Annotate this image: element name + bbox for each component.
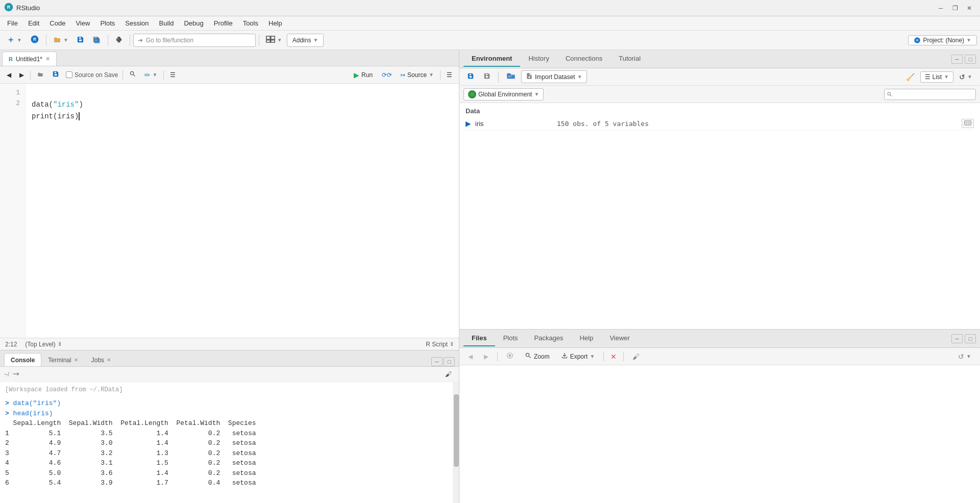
editor-forward-button[interactable]: ▶ xyxy=(16,69,28,81)
env-save-button[interactable] xyxy=(463,70,478,84)
files-tab-packages[interactable]: Packages xyxy=(526,331,572,346)
list-label: List xyxy=(933,73,942,81)
window-controls: ─ ❐ ✕ xyxy=(934,3,976,13)
minimize-window-button[interactable]: ─ xyxy=(934,3,947,13)
context-dropdown-icon[interactable]: ⇕ xyxy=(58,341,62,347)
files-tab-plots[interactable]: Plots xyxy=(495,331,526,346)
plots-refresh-icon-btn[interactable] xyxy=(502,350,518,363)
tab-close-button[interactable]: ✕ xyxy=(45,56,50,62)
env-maximize-button[interactable]: □ xyxy=(965,55,976,64)
console-clear-button[interactable]: 🖌 xyxy=(442,368,455,381)
source-on-save-checkbox[interactable] xyxy=(66,71,72,78)
run-button[interactable]: ▶ Run xyxy=(349,69,377,81)
plots-clear-button[interactable]: 🖌 xyxy=(628,350,644,363)
plots-more-button[interactable]: ↺ ▼ xyxy=(953,350,976,363)
console-minimize-button[interactable]: ─ xyxy=(431,357,443,366)
env-tab-environment[interactable]: Environment xyxy=(463,52,520,67)
compile-notebook-button[interactable]: ☰ xyxy=(166,69,179,81)
menu-code[interactable]: Code xyxy=(44,18,70,29)
help-tab-label: Help xyxy=(580,334,594,342)
files-minimize-button[interactable]: ─ xyxy=(951,334,963,343)
data-view-button[interactable] xyxy=(962,119,974,128)
files-maximize-button[interactable]: □ xyxy=(965,334,976,343)
menu-build[interactable]: Build xyxy=(154,18,179,29)
files-tab-files[interactable]: Files xyxy=(463,331,495,346)
global-env-button[interactable]: Global Environment ▼ xyxy=(463,88,544,100)
env-refresh-button[interactable]: ↺ ▼ xyxy=(955,70,976,84)
import-dataset-button[interactable]: Import Dataset ▼ xyxy=(521,70,587,83)
env-open-button[interactable] xyxy=(480,70,494,84)
context-indicator: (Top Level) ⇕ xyxy=(25,341,61,348)
console-tab-terminal[interactable]: Terminal ✕ xyxy=(41,353,84,366)
env-minimize-button[interactable]: ─ xyxy=(951,55,963,64)
console-content[interactable]: [Workspace loaded from ~/.RData] > data(… xyxy=(0,382,459,503)
editor-tab-untitled1[interactable]: R Untitled1* ✕ xyxy=(2,52,57,66)
save-editor-button[interactable] xyxy=(48,69,63,81)
layout-button[interactable]: ▼ xyxy=(262,33,286,47)
list-view-button[interactable]: ☰ List ▼ xyxy=(920,71,954,83)
code-content[interactable]: data("iris") print(iris) xyxy=(26,84,459,338)
zoom-button[interactable]: Zoom xyxy=(520,350,554,363)
code-editor[interactable]: 1 2 data("iris") print(iris) xyxy=(0,84,459,338)
plots-forward-button[interactable]: ▶ xyxy=(479,350,493,363)
goto-input[interactable]: ➜ Go to file/function xyxy=(133,34,256,47)
export-button[interactable]: Export ▼ xyxy=(556,350,600,363)
line-numbers: 1 2 xyxy=(0,84,26,338)
app-title: RStudio xyxy=(16,4,934,12)
plots-back-button[interactable]: ◀ xyxy=(463,350,477,363)
code-tools-button[interactable]: ✏ ▼ xyxy=(141,69,161,81)
env-tab-tutorial[interactable]: Tutorial xyxy=(610,52,649,67)
menu-file[interactable]: File xyxy=(2,18,23,29)
menu-debug[interactable]: Debug xyxy=(179,18,208,29)
console-tab-jobs[interactable]: Jobs ✕ xyxy=(85,353,117,366)
menu-session[interactable]: Session xyxy=(120,18,154,29)
console-scrollbar[interactable] xyxy=(453,382,459,503)
source-button[interactable]: ↣ Source ▼ xyxy=(397,70,437,80)
menu-profile[interactable]: Profile xyxy=(209,18,238,29)
env-search-input[interactable] xyxy=(884,89,976,100)
jobs-close-icon[interactable]: ✕ xyxy=(107,357,111,363)
env-tab-connections[interactable]: Connections xyxy=(557,52,610,67)
history-tab-label: History xyxy=(528,55,549,62)
source-on-save-toggle[interactable]: Source on Save xyxy=(66,71,118,79)
packages-tab-label: Packages xyxy=(534,334,564,342)
menu-edit[interactable]: Edit xyxy=(23,18,44,29)
editor-back-button[interactable]: ◀ xyxy=(3,69,15,81)
search-button[interactable] xyxy=(126,69,140,81)
file-type-dropdown-icon[interactable]: ⇕ xyxy=(450,341,454,347)
menu-help[interactable]: Help xyxy=(263,18,287,29)
save-button[interactable] xyxy=(73,33,88,47)
open-button[interactable]: ▼ xyxy=(50,33,72,47)
console-tab-console[interactable]: Console xyxy=(4,353,41,366)
show-in-folder-button[interactable] xyxy=(33,69,47,81)
save-all-button[interactable] xyxy=(89,33,105,47)
console-maximize-button[interactable]: □ xyxy=(444,357,455,366)
code-tools-icon: ✏ xyxy=(144,71,151,79)
export-icon xyxy=(561,352,568,361)
addins-dropdown-icon: ▼ xyxy=(313,37,318,43)
restore-window-button[interactable]: ❐ xyxy=(948,3,962,13)
console-scrollbar-thumb[interactable] xyxy=(454,394,459,467)
menu-tools[interactable]: Tools xyxy=(238,18,263,29)
files-tab-help[interactable]: Help xyxy=(572,331,602,346)
print-button[interactable] xyxy=(111,33,127,47)
menu-plots[interactable]: Plots xyxy=(95,18,120,29)
files-tab-viewer[interactable]: Viewer xyxy=(601,331,638,346)
addins-button[interactable]: Addins ▼ xyxy=(287,34,324,47)
new-project-button[interactable]: R xyxy=(27,33,43,47)
close-window-button[interactable]: ✕ xyxy=(963,3,976,13)
env-clear-button[interactable]: 🧹 xyxy=(902,70,918,84)
console-prev-output: [Workspace loaded from ~/.RData] xyxy=(5,385,454,394)
file-type-label: R Script xyxy=(426,341,448,348)
new-icon: ＋ xyxy=(7,35,15,45)
terminal-close-icon[interactable]: ✕ xyxy=(74,357,78,363)
env-load-workspace-button[interactable] xyxy=(503,70,519,84)
rerun-button[interactable]: ⟳⟳ xyxy=(378,69,396,81)
menu-view[interactable]: View xyxy=(70,18,95,29)
working-dir-navigate-icon[interactable] xyxy=(12,371,19,378)
new-file-button[interactable]: ＋ ▼ xyxy=(3,33,26,47)
project-selector[interactable]: R Project: (None) ▼ xyxy=(908,35,977,45)
editor-options-button[interactable]: ☰ xyxy=(443,69,456,81)
plots-delete-button[interactable]: ✕ xyxy=(608,351,619,362)
env-tab-history[interactable]: History xyxy=(520,52,557,67)
